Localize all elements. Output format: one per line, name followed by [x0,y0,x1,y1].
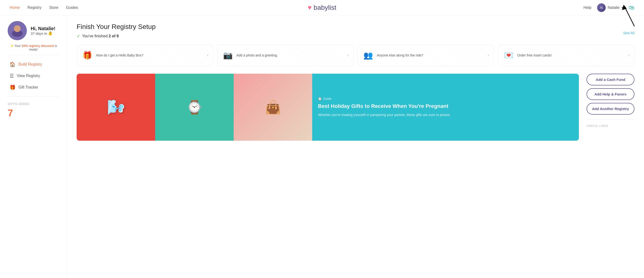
promo-products: 🌬️ ⌚ 👜 [76,74,312,141]
profile-greeting: Hi, Natalie! [31,26,55,31]
gifts-section: GIFTS ADDED 7 [8,102,59,118]
setup-card-2[interactable]: 👥 Anyone else along for the ride? › [358,44,494,66]
card-icon-0: 🎁 [82,49,93,61]
sidebar-item-label: View Registry [17,74,40,78]
card-icon-3: 💌 [503,49,514,61]
setup-title: Finish Your Registry Setup [76,23,634,31]
logo[interactable]: ♥ babylist [308,4,336,11]
card-text-2: Anyone else along for the ride? [377,53,485,57]
discount-link[interactable]: 15% registry discount [22,44,54,48]
guide-label: Guide [323,97,332,100]
promo-body: Whether you're treating yourself or pamp… [318,112,573,117]
guide-icon: 📋 [318,97,322,100]
setup-cards: 🎁 How do I get a Hello Baby Box? › 📷 Add… [76,44,634,66]
avatar: N [597,3,606,12]
user-menu[interactable]: N Natalie ▾ [597,3,623,12]
help-link[interactable]: Help [584,5,591,10]
sidebar-item-gift-tracker[interactable]: 🎁 Gift Tracker [8,82,59,93]
profile-days: 37 days to 👶 [31,31,55,36]
nav-guides[interactable]: Guides [66,5,78,10]
logo-heart-icon: ♥ [308,4,312,11]
check-icon: ✓ [76,33,80,39]
sidebar-divider-2 [8,96,59,97]
nav-home[interactable]: Home [10,5,20,10]
guide-tag: 📋 Guide [318,97,573,100]
sidebar-item-view-registry[interactable]: ☰ View Registry [8,71,59,81]
gift-icon: 🎁 [10,84,16,90]
chevron-down-icon: ▾ [622,6,623,9]
promo-product-2: 👜 [234,74,312,141]
sidebar-item-label: Build Registry [18,62,42,66]
chevron-right-icon-3: › [628,53,630,57]
card-text-1: Add a photo and a greeting. [236,53,344,57]
promo-banner[interactable]: 🌬️ ⌚ 👜 📋 Guide Best Holiday Gifts to Rec… [76,74,579,141]
card-text-0: How do I get a Hello Baby Box? [96,53,204,57]
progress-text: You've finished 2 of 8 [82,34,119,38]
add-cash-fund-button[interactable]: Add a Cash Fund [586,74,634,85]
sidebar-item-label: Gift Tracker [18,85,38,89]
profile-info: Hi, Natalie! 37 days to 👶 [31,26,55,36]
list-icon: ☰ [10,73,14,79]
setup-card-0[interactable]: 🎁 How do I get a Hello Baby Box? › [76,44,213,66]
sidebar-item-build-registry[interactable]: 🏠 Build Registry [8,59,59,70]
promo-content: 📋 Guide Best Holiday Gifts to Receive Wh… [312,74,579,141]
add-another-registry-button[interactable]: Add Another Registry [586,103,634,115]
profile-avatar [8,21,27,40]
svg-point-4 [14,25,20,32]
user-profile: Hi, Natalie! 37 days to 👶 [8,21,59,40]
card-icon-2: 👥 [362,49,374,61]
discount-banner: ✨ Your 15% registry discount is ready! [8,44,59,51]
sidebar-divider [8,55,59,55]
chevron-right-icon-2: › [488,53,489,57]
main-layout: Hi, Natalie! 37 days to 👶 ✨ Your 15% reg… [0,15,644,278]
promo-headline: Best Holiday Gifts to Receive When You'r… [318,103,573,110]
main-content: Finish Your Registry Setup ✓ You've fini… [67,15,644,278]
promo-product-0: 🌬️ [76,74,155,141]
sidebar: Hi, Natalie! 37 days to 👶 ✨ Your 15% reg… [0,15,67,278]
setup-card-1[interactable]: 📷 Add a photo and a greeting. › [217,44,354,66]
user-name-label: Natalie [608,5,620,10]
main-nav: Home Registry Store Guides [10,5,78,10]
header: Home Registry Store Guides ♥ babylist He… [0,0,644,15]
nav-registry[interactable]: Registry [28,5,42,10]
gifts-label: GIFTS ADDED [8,102,59,106]
progress-line: ✓ You've finished 2 of 8 See All [76,33,634,39]
cart-icon[interactable]: 🛍 [629,4,634,11]
lower-section: 🌬️ ⌚ 👜 📋 Guide Best Holiday Gifts to Rec… [76,74,634,141]
header-right: Help N Natalie ▾ 🛍 [584,3,634,12]
chevron-right-icon-0: › [207,53,208,57]
add-help-favors-button[interactable]: Add Help & Favors [586,88,634,100]
see-all-link[interactable]: See All [623,31,634,35]
promo-product-1: ⌚ [155,74,234,141]
chevron-right-icon-1: › [348,53,348,57]
home-icon: 🏠 [10,61,16,67]
card-icon-1: 📷 [222,49,234,61]
nav-store[interactable]: Store [49,5,58,10]
spark-icon: ✨ [10,44,14,48]
useful-links-label: USEFUL LINKS [586,124,634,127]
sidebar-nav: 🏠 Build Registry ☰ View Registry 🎁 Gift … [8,59,59,93]
setup-card-3[interactable]: 💌 Order free insert cards! › [498,44,635,66]
gifts-count: 7 [8,108,59,118]
right-sidebar: Add a Cash Fund Add Help & Favors Add An… [586,74,634,127]
card-text-3: Order free insert cards! [517,53,625,57]
logo-text: babylist [314,4,336,11]
